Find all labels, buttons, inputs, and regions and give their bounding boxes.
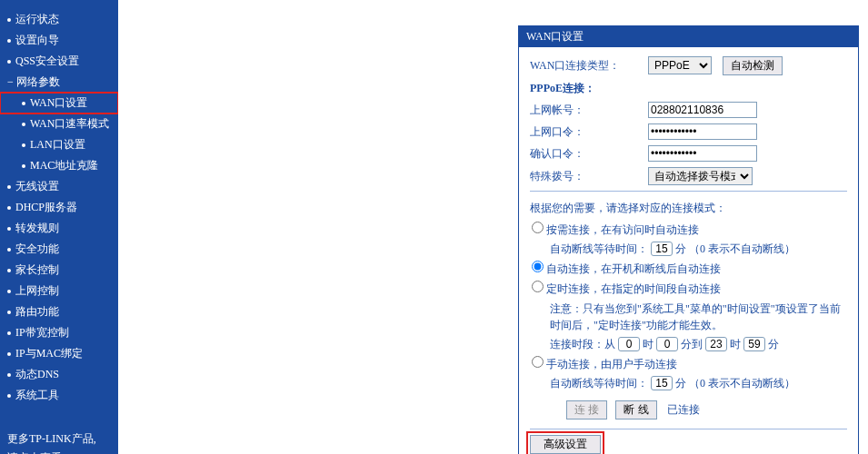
sidebar-item-13[interactable]: 上网控制 — [0, 281, 118, 301]
mode-manual-radio[interactable] — [532, 356, 544, 368]
confirm-label: 确认口令： — [530, 146, 648, 162]
mode-auto-label: 自动连接，在开机和断线后自动连接 — [546, 262, 721, 275]
sidebar-item-8[interactable]: 无线设置 — [0, 176, 118, 197]
auto-detect-button[interactable]: 自动检测 — [723, 56, 783, 75]
confirm-input[interactable] — [648, 145, 757, 162]
period-to-hour[interactable] — [705, 337, 727, 351]
sidebar-item-12[interactable]: 家长控制 — [0, 260, 118, 281]
mode4-wait-input[interactable] — [651, 376, 673, 390]
mode4-wait-pre: 自动断线等待时间： — [550, 377, 648, 390]
advanced-settings-button[interactable]: 高级设置 — [530, 435, 601, 454]
mode-timed-note: 注意：只有当您到"系统工具"菜单的"时间设置"项设置了当前时间后，"定时连接"功… — [550, 301, 847, 333]
mode-manual-label: 手动连接，由用户手动连接 — [546, 358, 677, 370]
sidebar-footer: 更多TP-LINK产品, 请点击查看 >> — [0, 424, 118, 454]
wan-type-label: WAN口连接类型： — [530, 58, 648, 74]
period-to-min[interactable] — [743, 337, 765, 351]
connection-status: 已连接 — [667, 403, 700, 416]
period-from-min[interactable] — [656, 337, 678, 351]
sidebar-item-15[interactable]: IP带宽控制 — [0, 322, 118, 343]
mode1-wait-pre: 自动断线等待时间： — [550, 242, 648, 255]
mode-timed-radio[interactable] — [532, 281, 544, 292]
pppoe-section-label: PPPoE连接： — [530, 81, 847, 96]
mode-prompt: 根据您的需要，请选择对应的连接模式： — [530, 201, 847, 216]
mode4-wait-post: 分 （0 表示不自动断线） — [675, 377, 795, 390]
connect-button[interactable]: 连 接 — [566, 400, 607, 419]
sidebar-item-17[interactable]: 动态DNS — [0, 364, 118, 385]
sidebar-item-10[interactable]: 转发规则 — [0, 218, 118, 239]
sidebar-item-4[interactable]: WAN口设置 — [0, 93, 118, 114]
sidebar-item-16[interactable]: IP与MAC绑定 — [0, 343, 118, 364]
sidebar-item-18[interactable]: 系统工具 — [0, 385, 118, 406]
sidebar-item-0[interactable]: 运行状态 — [0, 9, 118, 30]
panel-title: WAN口设置 — [519, 26, 858, 47]
mode-ondemand-label: 按需连接，在有访问时自动连接 — [546, 223, 699, 236]
disconnect-button[interactable]: 断 线 — [615, 400, 656, 419]
mode1-wait-input[interactable] — [651, 242, 673, 256]
sidebar: 运行状态设置向导QSS安全设置−网络参数WAN口设置WAN口速率模式LAN口设置… — [0, 0, 118, 454]
sidebar-item-9[interactable]: DHCP服务器 — [0, 197, 118, 218]
sidebar-item-1[interactable]: 设置向导 — [0, 30, 118, 51]
period-pre: 连接时段：从 — [550, 338, 615, 350]
sidebar-item-14[interactable]: 路由功能 — [0, 301, 118, 322]
sidebar-item-6[interactable]: LAN口设置 — [0, 134, 118, 155]
mode1-wait-post: 分 （0 表示不自动断线） — [675, 242, 795, 255]
mode-auto-radio[interactable] — [532, 261, 544, 272]
sidebar-item-11[interactable]: 安全功能 — [0, 239, 118, 260]
mode-timed-label: 定时连接，在指定的时间段自动连接 — [546, 282, 721, 295]
wan-settings-panel: WAN口设置 WAN口连接类型： PPPoE 自动检测 PPPoE连接： 上网帐… — [518, 25, 859, 454]
dial-mode-select[interactable]: 自动选择拨号模式 — [648, 167, 753, 185]
account-input[interactable] — [648, 102, 757, 118]
sidebar-item-7[interactable]: MAC地址克隆 — [0, 155, 118, 176]
period-from-hour[interactable] — [618, 337, 640, 351]
mode-ondemand-radio[interactable] — [532, 222, 544, 233]
footer-more: 更多TP-LINK产品, — [7, 429, 111, 449]
footer-link[interactable]: 请点击查看 >> — [7, 449, 111, 454]
dial-label: 特殊拨号： — [530, 169, 648, 184]
password-label: 上网口令： — [530, 124, 648, 140]
sidebar-item-2[interactable]: QSS安全设置 — [0, 51, 118, 72]
password-input[interactable] — [648, 123, 757, 140]
wan-type-select[interactable]: PPPoE — [648, 56, 712, 74]
main-content: WAN口设置 WAN口连接类型： PPPoE 自动检测 PPPoE连接： 上网帐… — [118, 0, 868, 454]
sidebar-item-3[interactable]: −网络参数 — [0, 72, 118, 93]
account-label: 上网帐号： — [530, 103, 648, 118]
sidebar-item-5[interactable]: WAN口速率模式 — [0, 114, 118, 134]
